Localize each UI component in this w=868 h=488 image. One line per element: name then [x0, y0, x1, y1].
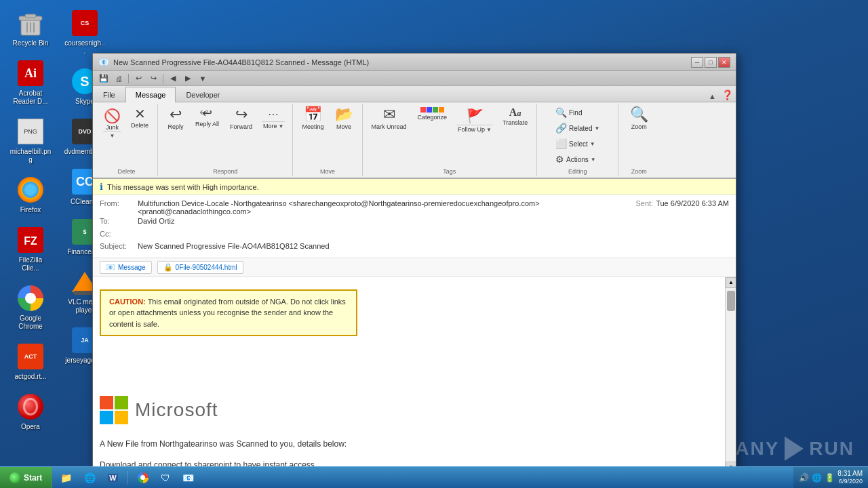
taskbar-chrome[interactable] — [132, 469, 154, 487]
undo-qa-btn[interactable]: ↩ — [132, 73, 145, 85]
window-titlebar: 📧 New Scanned Progressive File-AO4A4B81Q… — [93, 54, 736, 71]
print-qa-btn[interactable]: 🖨 — [112, 73, 125, 85]
firefox-icon[interactable]: Firefox — [7, 174, 54, 217]
email-headers: From: Multifunction Device-Locale -North… — [93, 195, 736, 258]
taskbar-security[interactable]: 🛡 — [155, 469, 176, 487]
chrome-icon[interactable]: Google Chrome — [7, 282, 54, 333]
recycle-bin-label: Recycle Bin — [13, 39, 49, 47]
actgod-label: actgod.rt... — [14, 373, 46, 381]
cc-value — [138, 228, 729, 240]
filezilla-icon[interactable]: FZ FileZilla Clie... — [7, 224, 54, 275]
start-label: Start — [24, 473, 42, 483]
mark-unread-button[interactable]: ✉ Mark Unread — [367, 105, 412, 132]
recycle-bin-icon[interactable]: Recycle Bin — [7, 7, 54, 50]
taskbar-explorer[interactable]: 📁 — [55, 469, 77, 487]
nav-back-btn[interactable]: ◀ — [166, 73, 180, 85]
zoom-button[interactable]: 🔍 Zoom — [625, 105, 653, 132]
outlook-window: 📧 New Scanned Progressive File-AO4A4B81Q… — [92, 53, 736, 473]
junk-button[interactable]: 🚫 Junk ▼ — [100, 105, 125, 142]
delete-group-content: 🚫 Junk ▼ ✕ Delete — [100, 105, 153, 167]
qa-separator — [128, 74, 129, 83]
to-value: David Ortiz — [138, 216, 729, 227]
from-label: From: — [100, 199, 134, 216]
tab-file[interactable]: File — [93, 87, 125, 102]
maximize-button[interactable]: □ — [705, 57, 717, 68]
move-button[interactable]: 📂 Move — [330, 105, 358, 132]
delete-button[interactable]: ✕ Delete — [126, 105, 153, 131]
delete-group-label: Delete — [118, 168, 136, 175]
michaelbill-label: michaelbill.png — [9, 148, 52, 164]
body-paragraph-1: A New File from Northgatearinso was Scan… — [100, 438, 439, 451]
ribbon: 🚫 Junk ▼ ✕ Delete Delete ↩ — [93, 102, 736, 179]
file-tab-label: 0File-90502444.html — [176, 264, 237, 271]
tray-battery-icon[interactable]: 🔋 — [825, 473, 835, 483]
message-tab-label: Message — [118, 264, 146, 271]
file-attachment-tab[interactable]: 🔒 0File-90502444.html — [157, 261, 243, 274]
related-button[interactable]: 🔗 Related ▼ — [552, 121, 603, 136]
tray-wifi-icon[interactable]: 🌐 — [812, 473, 822, 483]
cc-label: Cc: — [100, 228, 134, 240]
scroll-up-btn[interactable]: ▲ — [726, 277, 736, 288]
categorize-button[interactable]: Categorize — [413, 105, 452, 123]
forward-button[interactable]: ↪ Forward — [225, 105, 257, 132]
tab-message[interactable]: Message — [125, 87, 176, 102]
find-button[interactable]: 🔍 Find — [552, 105, 603, 120]
opera-icon[interactable]: Opera — [7, 390, 54, 434]
save-qa-btn[interactable]: 💾 — [97, 73, 111, 85]
svg-rect-2 — [25, 14, 36, 18]
chrome-label: Google Chrome — [9, 314, 52, 331]
quick-access-toolbar: 💾 🖨 ↩ ↪ ◀ ▶ ▼ — [93, 71, 736, 86]
microsoft-name: Microsoft — [135, 399, 218, 421]
meeting-button[interactable]: 📅 Meeting — [297, 105, 328, 132]
filezilla-label: FileZilla Clie... — [9, 256, 52, 272]
ribbon-group-zoom: 🔍 Zoom Zoom — [618, 104, 659, 176]
security-taskbar-icon: 🛡 — [161, 472, 170, 483]
tray-network-icon[interactable]: 🔊 — [799, 473, 809, 483]
help-btn[interactable]: ❓ — [722, 89, 733, 100]
caution-box: CAUTION: This email originated from outs… — [100, 289, 357, 337]
tab-developer[interactable]: Developer — [176, 87, 230, 102]
ms-grid-icon — [100, 396, 128, 424]
taskbar-outlook[interactable]: 📧 — [177, 469, 199, 487]
qa-separator2 — [163, 74, 163, 83]
ribbon-group-tags: ✉ Mark Unread Categorize — [363, 104, 538, 176]
courses-icon[interactable]: CS coursesnigh... — [61, 7, 108, 58]
ribbon-group-respond: ↩ Reply ↩ ↩ Reply All ↪ Forward — [158, 104, 293, 176]
close-button[interactable]: ✕ — [718, 57, 730, 68]
system-tray: 🔊 🌐 🔋 8:31 AM 6/9/2020 — [793, 467, 868, 489]
window-title: New Scanned Progressive File-AO4A4B81Q81… — [113, 58, 369, 66]
message-attachment-tab[interactable]: 📧 Message — [100, 261, 152, 274]
collapse-ribbon-btn[interactable]: ▲ — [709, 92, 716, 100]
acrobat-label: Acrobat Reader D... — [9, 89, 52, 106]
redo-qa-btn[interactable]: ↪ — [146, 73, 160, 85]
reply-button[interactable]: ↩ Reply — [162, 105, 189, 132]
select-button[interactable]: ⬜ Select ▼ — [552, 136, 603, 151]
skype-label: Skype — [75, 98, 94, 106]
reply-all-button[interactable]: ↩ ↩ Reply All — [191, 105, 224, 129]
tags-group-content: ✉ Mark Unread Categorize — [367, 105, 533, 167]
follow-up-button[interactable]: 🚩 Follow Up ▼ — [453, 105, 496, 136]
subject-row: Subject: New Scanned Progressive File-AO… — [100, 241, 729, 252]
start-button[interactable]: Start — [0, 467, 52, 489]
nav-fwd-btn[interactable]: ▶ — [181, 73, 195, 85]
translate-button[interactable]: Aa Translate — [498, 105, 532, 128]
more-button[interactable]: ⋯ More ▼ — [258, 105, 288, 132]
message-tab-icon: 📧 — [106, 263, 115, 272]
explorer-taskbar-icon: 📁 — [60, 472, 72, 483]
acrobat-icon[interactable]: Ai Acrobat Reader D... — [7, 57, 54, 108]
actions-button[interactable]: ⚙ Actions ▼ — [552, 152, 603, 167]
microsoft-logo: Microsoft — [100, 396, 718, 424]
qa-dropdown-btn[interactable]: ▼ — [196, 73, 210, 85]
editing-group-label: Editing — [568, 168, 587, 175]
michaelbill-icon[interactable]: PNG michaelbill.png — [7, 115, 54, 167]
taskbar-ie[interactable]: 🌐 — [79, 469, 101, 487]
ribbon-tabs: File Message Developer ▲ ❓ — [93, 86, 736, 102]
minimize-button[interactable]: ─ — [691, 57, 703, 68]
actgod-icon[interactable]: ACT actgod.rt... — [7, 340, 54, 384]
vertical-scrollbar[interactable]: ▲ ▼ — [725, 277, 736, 473]
scroll-thumb[interactable] — [727, 291, 735, 311]
message-area: ℹ This message was sent with High import… — [93, 179, 736, 472]
sent-value: Tue 6/9/2020 6:33 AM — [656, 199, 729, 207]
taskbar-word[interactable]: W — [102, 469, 123, 487]
importance-text: This message was sent with High importan… — [107, 183, 259, 191]
